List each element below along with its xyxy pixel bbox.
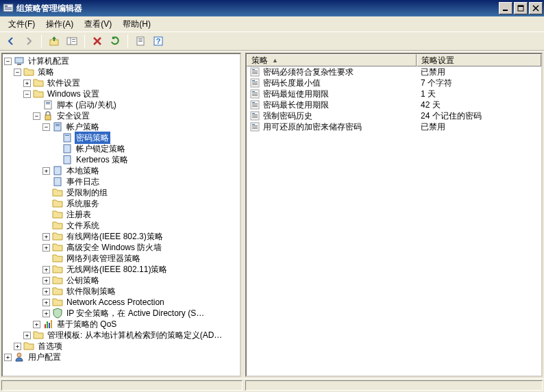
minimize-button[interactable] (499, 2, 512, 14)
svg-rect-30 (64, 156, 71, 164)
policy-name: 密码最长使用期限 (263, 99, 329, 111)
list-pane[interactable]: 策略 ▲ 策略设置 密码必须符合复杂性要求已禁用密码长度最小值7 个字符密码最短… (245, 53, 543, 377)
tree-restricted-groups[interactable]: 受限制的组 (4, 187, 240, 198)
folder-icon (33, 88, 44, 99)
tree-qos[interactable]: + 基于策略的 QoS (4, 319, 240, 330)
svg-rect-42 (252, 73, 258, 74)
list-row[interactable]: 密码最长使用期限42 天 (247, 99, 541, 110)
tree-scripts[interactable]: 脚本 (启动/关机) (4, 99, 240, 110)
close-button[interactable] (529, 2, 543, 14)
svg-rect-23 (45, 115, 51, 120)
policy-icon (249, 110, 260, 121)
tree-preferences[interactable]: + 首选项 (4, 341, 240, 352)
tree-local-policies[interactable]: + 本地策略 (4, 165, 240, 176)
delete-button[interactable] (89, 33, 106, 49)
folder-icon (52, 220, 63, 231)
window-title: 组策略管理编辑器 (16, 3, 499, 14)
policy-name: 密码长度最小值 (263, 77, 321, 89)
svg-rect-49 (252, 91, 255, 92)
status-bar (0, 378, 544, 392)
back-button[interactable] (3, 33, 19, 49)
properties-button[interactable] (132, 33, 149, 49)
up-button[interactable] (46, 33, 62, 49)
menu-bar: 文件(F) 操作(A) 查看(V) 帮助(H) (0, 16, 544, 32)
svg-rect-11 (72, 41, 75, 42)
refresh-button[interactable] (107, 33, 123, 49)
tree-pki[interactable]: + 公钥策略 (4, 275, 240, 286)
svg-rect-54 (252, 102, 255, 103)
policy-name: 强制密码历史 (263, 110, 312, 122)
list-row[interactable]: 密码最短使用期限1 天 (247, 88, 541, 99)
folder-icon (52, 275, 63, 286)
tree-nlm[interactable]: 网络列表管理器策略 (4, 253, 240, 264)
toolbar: ? (0, 32, 544, 51)
list-row[interactable]: 用可还原的加密来储存密码已禁用 (247, 121, 541, 132)
svg-rect-66 (252, 127, 258, 127)
main-area: − 计算机配置 − 策略 + 软件设置 − (0, 51, 544, 378)
tree-adm[interactable]: + 管理模板: 从本地计算机检索到的策略定义(AD… (4, 330, 240, 341)
tree-ipsec[interactable]: + IP 安全策略，在 Active Directory (S… (4, 308, 240, 319)
svg-rect-28 (65, 135, 69, 136)
forward-button[interactable] (21, 33, 37, 49)
menu-action[interactable]: 操作(A) (40, 17, 79, 32)
menu-help[interactable]: 帮助(H) (117, 17, 156, 32)
toolbar-divider (41, 34, 42, 48)
policy-value: 1 天 (417, 88, 541, 100)
tree-kerberos[interactable]: Kerberos 策略 (4, 154, 240, 165)
tree-software-settings[interactable]: + 软件设置 (4, 77, 240, 88)
list-row[interactable]: 密码长度最小值7 个字符 (247, 77, 541, 88)
tree-file-system[interactable]: 文件系统 (4, 220, 240, 231)
svg-rect-50 (252, 93, 258, 93)
book-icon (52, 165, 63, 176)
chart-icon (42, 319, 53, 330)
folder-icon (52, 209, 63, 220)
folder-icon (52, 286, 63, 297)
svg-rect-33 (45, 324, 46, 328)
tree-nap[interactable]: + Network Access Protection (4, 297, 240, 308)
tree-registry[interactable]: 注册表 (4, 209, 240, 220)
help-button[interactable]: ? (150, 33, 166, 49)
tree-lockout-policy[interactable]: 帐户锁定策略 (4, 143, 240, 154)
svg-rect-47 (252, 84, 258, 85)
tree-user-config[interactable]: + 用户配置 (4, 352, 240, 363)
svg-rect-24 (54, 123, 61, 131)
menu-file[interactable]: 文件(F) (3, 17, 40, 32)
tree-wireless[interactable]: + 无线网络(IEEE 802.11)策略 (4, 264, 240, 275)
svg-rect-67 (252, 128, 258, 129)
tree-password-policy[interactable]: 密码策略 (4, 132, 240, 143)
svg-rect-59 (252, 113, 255, 114)
menu-view[interactable]: 查看(V) (79, 17, 117, 32)
svg-rect-2 (5, 8, 12, 8)
tree-event-log[interactable]: 事件日志 (4, 176, 240, 187)
column-setting[interactable]: 策略设置 (417, 54, 541, 66)
list-row[interactable]: 强制密码历史24 个记住的密码 (247, 110, 541, 121)
tree-security[interactable]: − 安全设置 (4, 110, 240, 121)
tree-account-policies[interactable]: − 帐户策略 (4, 121, 240, 132)
tree-windows-settings[interactable]: − Windows 设置 (4, 88, 240, 99)
tree-firewall[interactable]: + 高级安全 Windows 防火墙 (4, 242, 240, 253)
splitter[interactable] (242, 51, 245, 378)
policy-value: 已禁用 (417, 66, 541, 78)
tree-system-services[interactable]: 系统服务 (4, 198, 240, 209)
policy-icon (249, 66, 260, 77)
tree-pane[interactable]: − 计算机配置 − 策略 + 软件设置 − (1, 53, 241, 377)
show-hide-tree-button[interactable] (64, 33, 80, 49)
policy-name: 密码最短使用期限 (263, 88, 329, 100)
tree-policies[interactable]: − 策略 (4, 66, 240, 77)
maximize-button[interactable] (514, 2, 528, 14)
svg-rect-13 (138, 38, 143, 39)
svg-rect-60 (252, 114, 258, 115)
policy-icon (249, 88, 260, 99)
tree-wired[interactable]: + 有线网络(IEEE 802.3)策略 (4, 231, 240, 242)
tree-srp[interactable]: + 软件限制策略 (4, 286, 240, 297)
tree-computer-config[interactable]: − 计算机配置 (4, 56, 240, 66)
user-icon (14, 352, 25, 363)
svg-rect-19 (17, 64, 21, 65)
svg-rect-15 (138, 41, 143, 42)
folder-icon (52, 242, 63, 253)
toolbar-divider (127, 34, 128, 48)
column-policy[interactable]: 策略 ▲ (247, 54, 417, 66)
list-row[interactable]: 密码必须符合复杂性要求已禁用 (247, 66, 541, 77)
policy-icon (249, 77, 260, 88)
book-icon (52, 176, 63, 187)
